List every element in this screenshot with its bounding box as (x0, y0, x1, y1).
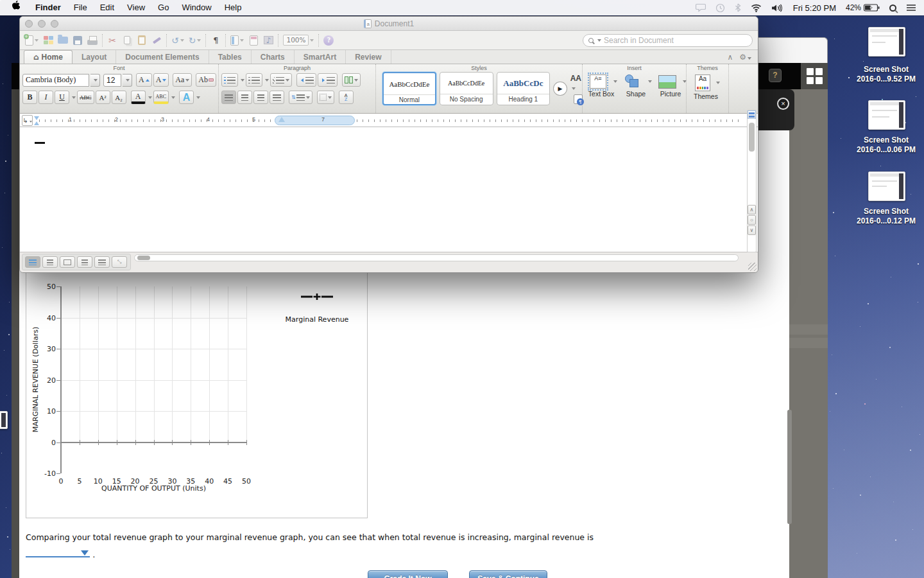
view-fullscreen-button[interactable]: ⤡ (112, 256, 127, 268)
copy-button[interactable] (122, 34, 132, 47)
header-footer-button[interactable] (248, 34, 259, 47)
grade-it-now-button[interactable]: Grade It Now (368, 570, 448, 578)
vertical-scrollbar-thumb[interactable] (749, 123, 755, 152)
line-spacing-button[interactable]: ⇅ (289, 91, 312, 104)
superscript-button[interactable]: A² (96, 91, 110, 104)
view-outline-button[interactable] (42, 256, 58, 268)
desktop-icon-screenshot-1[interactable] (868, 27, 905, 57)
close-window-button[interactable] (25, 20, 33, 28)
menu-help[interactable]: Help (218, 0, 248, 15)
menu-file[interactable]: File (67, 0, 94, 15)
justify-button[interactable] (270, 91, 284, 104)
strikethrough-button[interactable]: ABC (77, 91, 94, 104)
tab-tables[interactable]: Tables (209, 50, 252, 64)
desktop-icon-screenshot-2[interactable] (868, 100, 905, 130)
style-no-spacing[interactable]: AaBbCcDdEeNo Spacing (440, 72, 493, 105)
chevron-down-icon[interactable] (265, 79, 269, 82)
apple-menu[interactable] (0, 0, 29, 15)
align-center-button[interactable] (237, 91, 252, 104)
tab-review[interactable]: Review (346, 50, 391, 64)
chevron-down-icon[interactable] (241, 79, 244, 82)
multilevel-list-button[interactable] (270, 73, 292, 87)
desktop-icon-label-1[interactable]: Screen Shot2016-0...9.52 PM (838, 65, 924, 84)
gear-icon[interactable]: ⚙ (739, 53, 751, 62)
answer-dropdown[interactable] (26, 547, 90, 557)
page-scrollbar-thumb[interactable] (787, 410, 792, 524)
redo-button[interactable]: ↻ (189, 34, 201, 47)
select-browse-object-button[interactable]: ○ (748, 215, 756, 225)
chevron-down-icon[interactable] (123, 74, 132, 87)
numbering-button[interactable] (246, 73, 262, 87)
view-notebook-button[interactable] (94, 256, 110, 268)
desktop-icon-screenshot-3[interactable] (868, 171, 905, 201)
title-bar[interactable]: a Document1 (20, 17, 758, 31)
time-machine-icon[interactable] (715, 3, 725, 13)
font-size-combobox[interactable]: 12 (103, 74, 121, 87)
tab-home[interactable]: ⌂Home (24, 50, 73, 64)
save-continue-button[interactable]: Save & Continue (469, 570, 547, 578)
help-button[interactable]: ? (323, 34, 334, 47)
borders-button[interactable] (317, 91, 334, 104)
document-proxy-icon[interactable]: a (364, 19, 372, 28)
insert-picture-button[interactable]: Picture (654, 75, 687, 98)
close-icon[interactable]: × (777, 98, 789, 110)
view-draft-button[interactable] (25, 256, 40, 268)
chevron-down-icon[interactable] (171, 96, 175, 99)
chevron-down-icon[interactable] (72, 96, 76, 99)
spotlight-icon[interactable] (889, 4, 896, 12)
subscript-button[interactable]: A₂ (112, 91, 126, 104)
bullets-button[interactable] (221, 73, 238, 87)
desktop-icon-partial[interactable] (0, 411, 8, 429)
minimize-window-button[interactable] (38, 20, 46, 28)
right-indent-marker[interactable] (278, 117, 285, 122)
menu-edit[interactable]: Edit (94, 0, 121, 15)
sort-button[interactable]: AZ (339, 91, 354, 104)
cut-button[interactable]: ✂ (107, 34, 117, 47)
marginal-revenue-line-tool[interactable]: Marginal Revenue (275, 292, 359, 324)
style-normal[interactable]: AaBbCcDdEeNormal (382, 72, 436, 105)
media-browser-button[interactable]: ♪ (263, 34, 273, 47)
change-case-button[interactable]: Aa (173, 73, 192, 87)
bluetooth-icon[interactable] (735, 3, 741, 12)
highlight-button[interactable]: ABC (153, 91, 169, 104)
tab-smartart[interactable]: SmartArt (295, 50, 346, 64)
volume-icon[interactable] (771, 4, 783, 12)
desktop-icon-label-2[interactable]: Screen Shot2016-0...0.06 PM (838, 136, 924, 155)
search-input[interactable] (604, 36, 747, 45)
font-color-button[interactable]: A (131, 91, 146, 104)
sidebar-layout-button[interactable] (230, 34, 244, 47)
format-painter-button[interactable] (151, 34, 162, 47)
print-button[interactable] (87, 34, 98, 47)
previous-page-button[interactable]: ∧ (748, 205, 756, 215)
decrease-indent-button[interactable] (296, 73, 316, 87)
chevron-down-icon[interactable] (196, 96, 200, 99)
align-left-button[interactable] (221, 91, 236, 104)
wifi-icon[interactable] (751, 4, 762, 12)
bold-button[interactable]: B (22, 91, 37, 104)
zoom-combobox[interactable]: 100% (283, 34, 314, 47)
horizontal-scrollbar[interactable] (134, 254, 739, 261)
tab-layout[interactable]: Layout (73, 50, 116, 64)
underline-button[interactable]: U (55, 91, 69, 104)
notification-center-icon[interactable] (906, 4, 916, 12)
paste-button[interactable] (137, 34, 147, 47)
insert-shape-button[interactable]: Shape (620, 74, 652, 98)
text-effects-button[interactable]: A (179, 91, 194, 104)
app-help-button[interactable]: ? (769, 69, 782, 82)
themes-button[interactable]: Aa Themes (692, 74, 720, 100)
chevron-down-icon[interactable] (148, 96, 152, 99)
insert-text-box-button[interactable]: A≡ Text Box (585, 74, 617, 98)
open-button[interactable] (58, 34, 68, 47)
zoom-window-button[interactable] (51, 20, 58, 28)
view-publishing-button[interactable] (60, 256, 75, 268)
grow-font-button[interactable]: A (136, 73, 152, 87)
italic-button[interactable]: I (38, 91, 53, 104)
menu-clock[interactable]: Fri 5:20 PM (793, 3, 836, 13)
columns-button[interactable] (342, 73, 361, 87)
clear-formatting-button[interactable]: Ab (196, 73, 216, 87)
gallery-button[interactable] (43, 34, 53, 47)
document-search-field[interactable] (583, 34, 753, 47)
split-view-button[interactable] (748, 110, 756, 119)
style-heading-1[interactable]: AaBbCcDcHeading 1 (497, 72, 551, 105)
collapse-ribbon-icon[interactable]: ∧ (727, 53, 733, 62)
